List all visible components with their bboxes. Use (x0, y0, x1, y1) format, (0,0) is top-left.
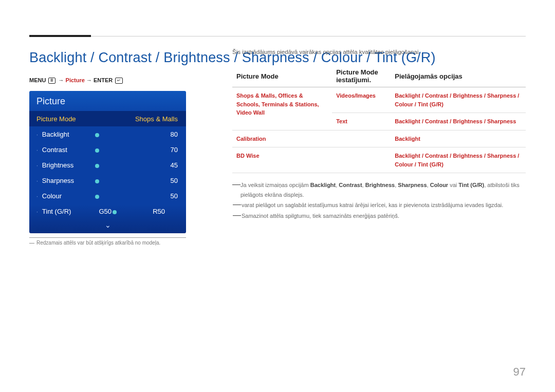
osd-row-colour[interactable]: ·Colour 50 (29, 188, 186, 203)
picture-mode-label: Picture Mode (36, 115, 97, 123)
note-3: Samazinot attēla spilgtumu, tiek samazin… (242, 211, 399, 221)
cell-bdwise: BD Wise (236, 153, 260, 159)
nav-section: Picture (66, 77, 85, 83)
backlight-label: Backlight (42, 130, 69, 138)
osd-row-backlight[interactable]: ·Backlight 80 (29, 126, 186, 142)
th-picture-mode: Picture Mode (232, 65, 332, 87)
table-row: BD Wise Backlight / Contrast / Brightnes… (232, 147, 526, 173)
tint-left-value: G50 (97, 208, 115, 215)
contrast-label: Contrast (42, 146, 67, 154)
nav-menu-label: MENU (29, 77, 46, 83)
picture-mode-value: Shops & Malls (97, 115, 179, 123)
page-top-rule-accent (29, 35, 91, 37)
page-number: 97 (513, 365, 526, 379)
th-settings: Picture Mode iestatījumi. (332, 65, 391, 87)
note-1: Ja veiksit izmaiņas opcijām Backlight, C… (240, 180, 526, 199)
brightness-value: 45 (133, 161, 179, 169)
colour-label: Colour (42, 192, 62, 200)
osd-panel: Picture Picture Mode Shops & Malls ·Back… (29, 91, 186, 233)
nav-enter-label: ENTER (94, 77, 113, 83)
contrast-value: 70 (133, 146, 179, 154)
cell-opts-1: Backlight / Contrast / Brightness / Shar… (395, 92, 519, 107)
osd-row-picture-mode[interactable]: Picture Mode Shops & Malls (29, 111, 186, 126)
th-options: Pielāgojamās opcijas (391, 65, 526, 87)
cell-modes-group: Shops & Malls, Offices & Schools, Termin… (236, 92, 319, 116)
brightness-label: Brightness (42, 161, 73, 169)
cell-calibration: Calibration (236, 136, 266, 142)
sharpness-value: 50 (133, 177, 179, 184)
cell-text: Text (336, 118, 347, 124)
tint-label: Tint (G/R) (42, 208, 71, 215)
osd-row-sharpness[interactable]: ·Sharpness 50 (29, 173, 186, 188)
osd-row-brightness[interactable]: ·Brightness 45 (29, 157, 186, 173)
cell-opts-3: Backlight (395, 136, 420, 142)
page-top-rule (29, 36, 526, 36)
osd-row-tint[interactable]: ·Tint (G/R) G50 R50 (29, 203, 186, 219)
colour-value: 50 (133, 192, 179, 200)
notes-block: ― Ja veiksit izmaiņas opcijām Backlight,… (232, 180, 526, 221)
osd-row-contrast[interactable]: ·Contrast 70 (29, 142, 186, 157)
note-2: varat pielāgot un saglabāt iestatījumus … (242, 200, 503, 210)
options-table: Picture Mode Picture Mode iestatījumi. P… (232, 65, 526, 173)
tint-right-value: R50 (151, 208, 166, 215)
chevron-down-icon[interactable]: ⌄ (29, 219, 186, 233)
cell-videos: Videos/Images (336, 92, 376, 99)
intro-text: Šis izstrādājums piedāvā vairākas opcija… (232, 49, 526, 55)
menu-icon: Ⅲ (48, 78, 55, 84)
osd-header: Picture (29, 91, 186, 111)
table-row: Shops & Malls, Offices & Schools, Termin… (232, 87, 526, 113)
cell-opts-4: Backlight / Contrast / Brightness / Shar… (395, 153, 519, 167)
osd-caption: ―Redzamais attēls var būt atšķirīgs atka… (29, 240, 526, 246)
table-row: Calibration Backlight (232, 130, 526, 147)
sharpness-label: Sharpness (42, 177, 74, 184)
enter-icon: ↵ (115, 78, 123, 84)
caption-rule (29, 237, 186, 238)
backlight-value: 80 (133, 130, 179, 138)
cell-opts-2: Backlight / Contrast / Brightness / Shar… (395, 118, 516, 124)
